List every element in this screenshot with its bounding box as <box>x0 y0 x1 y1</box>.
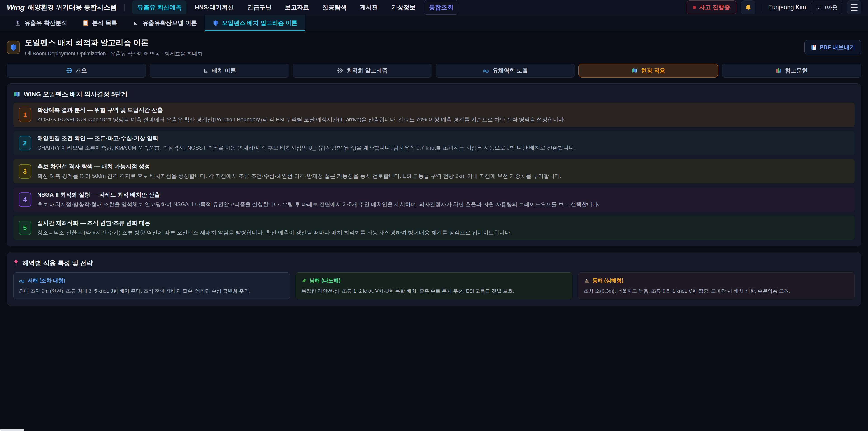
region-card-description: 조차 소(0.3m), 너울파고 높음. 조류 0.5~1 knot. V형 집… <box>584 288 849 295</box>
region-panel-title-row: 해역별 적용 특성 및 전략 <box>13 259 855 267</box>
region-panel-title: 해역별 적용 특성 및 전략 <box>22 259 93 267</box>
triangle-ruler-icon <box>203 68 209 73</box>
wave-icon <box>483 68 489 73</box>
page-header: 오일펜스 배치 최적화 알고리즘 이론 Oil Boom Deployment … <box>0 31 868 62</box>
pdf-export-button[interactable]: PDF 내보내기 <box>804 40 861 55</box>
step-row-1: 1 확산예측 결과 분석 — 위협 구역 및 도달시간 산출 KOSPS·POS… <box>13 102 855 127</box>
nav-item-reports[interactable]: 보고자료 <box>280 0 314 14</box>
step-number-badge: 1 <box>19 107 31 122</box>
section-tab-label: 현장 적용 <box>641 67 665 74</box>
bell-icon <box>744 4 752 11</box>
region-card-south-sea: 남해 (다도해) 복잡한 해안선·섬. 조류 1~2 knot. V형·U형 복… <box>296 272 572 299</box>
menu-button[interactable] <box>847 0 861 14</box>
app-logo: Wing <box>7 3 25 12</box>
notifications-button[interactable] <box>741 0 755 14</box>
step-number-badge: 2 <box>19 136 31 150</box>
section-tab-field-application[interactable]: 현장 적용 <box>579 63 718 78</box>
page-icon-container <box>7 41 20 54</box>
app-title: 해양환경 위기대응 통합시스템 <box>28 3 117 12</box>
sub-tabbar: 유출유 확산분석 분석 목록 유출유확산모델 이론 오일펜스 배치 알고리즘 이… <box>0 15 868 31</box>
tab-oil-spill-analysis[interactable]: 유출유 확산분석 <box>7 15 75 31</box>
step-title: NSGA-II 최적화 실행 — 파레토 최적 배치안 산출 <box>37 191 599 198</box>
status-dot-icon <box>693 6 696 9</box>
logout-button[interactable]: 로그아웃 <box>811 1 842 14</box>
step-number-badge: 4 <box>19 192 31 207</box>
gear-icon <box>337 67 343 74</box>
step-description: 창조→낙조 전환 시(약 6시간 주기) 조류 방향 역전에 따른 오일펜스 재… <box>37 229 512 236</box>
map-icon <box>13 91 20 97</box>
globe-icon <box>66 67 72 74</box>
section-tab-label: 최적화 알고리즘 <box>346 67 388 74</box>
horizontal-scrollbar[interactable] <box>0 429 24 431</box>
region-card-description: 최대 조차 9m (인천), 조류 최대 3~5 knot. J형 배치 주력.… <box>19 288 284 295</box>
shield-icon <box>213 20 219 26</box>
divider <box>762 4 762 11</box>
section-tab-references[interactable]: 참고문헌 <box>722 63 861 78</box>
nav-item-hns-air-diffusion[interactable]: HNS·대기확산 <box>190 0 239 14</box>
section-tab-deployment-theory[interactable]: 배치 이론 <box>150 63 289 78</box>
leaf-icon <box>301 278 307 283</box>
step-description: 후보 배치지점·방향각·형태 조합을 염색체로 인코딩하여 NSGA-II 다목… <box>37 201 599 208</box>
nav-item-board[interactable]: 게시판 <box>355 0 383 14</box>
section-tab-label: 개요 <box>75 67 87 74</box>
wave-icon <box>19 278 25 283</box>
section-tab-overview[interactable]: 개요 <box>7 63 146 78</box>
nav-item-integrated-search[interactable]: 통합조회 <box>424 0 458 15</box>
user-name: Eunjeong Kim <box>768 4 806 11</box>
step-title: 실시간 재최적화 — 조석 변환·조류 변화 대응 <box>37 219 512 227</box>
subtab-label: 유출유확산모델 이론 <box>143 19 197 27</box>
nav-item-weather-info[interactable]: 기상정보 <box>386 0 421 14</box>
step-row-3: 3 후보 차단선 격자 탐색 — 배치 가능지점 생성 확산 예측 경계를 따라… <box>13 159 855 183</box>
region-card-east-sea: 동해 (심해형) 조차 소(0.3m), 너울파고 높음. 조류 0.5~1 k… <box>578 272 855 299</box>
map-icon <box>631 68 638 73</box>
step-texts: 해양환경 조건 확인 — 조류·파고·수심·기상 입력 CHARRY 체리모델 … <box>37 134 576 151</box>
clipboard-icon <box>83 20 89 26</box>
top-navigation: 유출유 확산예측 HNS·대기확산 긴급구난 보고자료 항공탐색 게시판 기상정… <box>132 0 687 15</box>
tab-analysis-list[interactable]: 분석 목록 <box>75 15 125 31</box>
subtab-label: 분석 목록 <box>92 19 117 27</box>
region-card-title: 동해 (심해형) <box>592 277 623 284</box>
decision-steps-panel: WING 오일펜스 배치 의사결정 5단계 1 확산예측 결과 분석 — 위협 … <box>7 83 861 246</box>
steps-panel-title: WING 오일펜스 배치 의사결정 5단계 <box>24 90 127 98</box>
nav-item-oil-spill-prediction[interactable]: 유출유 확산예측 <box>132 0 187 14</box>
triangle-ruler-icon <box>132 20 139 26</box>
step-texts: 확산예측 결과 분석 — 위협 구역 및 도달시간 산출 KOSPS·POSEI… <box>37 106 565 123</box>
tab-diffusion-model-theory[interactable]: 유출유확산모델 이론 <box>125 15 205 31</box>
section-tabbar: 개요 배치 이론 최적화 알고리즘 유체역학 모델 <box>0 62 868 78</box>
region-card-west-sea: 서해 (조차 대형) 최대 조차 9m (인천), 조류 최대 3~5 knot… <box>13 272 290 299</box>
region-card-title: 남해 (다도해) <box>309 277 340 284</box>
step-number-badge: 3 <box>19 164 31 179</box>
section-tab-label: 유체역학 모델 <box>493 67 528 74</box>
section-tab-label: 배치 이론 <box>212 67 236 74</box>
step-title: 후보 차단선 격자 탐색 — 배치 가능지점 생성 <box>37 163 561 170</box>
mountain-icon <box>584 278 590 283</box>
section-tab-optimization-algorithm[interactable]: 최적화 알고리즘 <box>293 63 432 78</box>
region-strategy-panel: 해역별 적용 특성 및 전략 서해 (조차 대형) 최대 조차 9m (인천),… <box>7 252 861 306</box>
book-export-icon <box>811 44 817 51</box>
step-title: 확산예측 결과 분석 — 위협 구역 및 도달시간 산출 <box>37 106 565 114</box>
brand: Wing 해양환경 위기대응 통합시스템 <box>7 3 117 12</box>
incident-status-badge[interactable]: 사고 진행중 <box>687 0 736 14</box>
pdf-export-label: PDF 내보내기 <box>819 43 855 51</box>
hamburger-icon <box>851 4 858 11</box>
nav-item-aerial-search[interactable]: 항공탐색 <box>317 0 351 14</box>
microscope-icon <box>14 20 21 26</box>
step-texts: 실시간 재최적화 — 조석 변환·조류 변화 대응 창조→낙조 전환 시(약 6… <box>37 219 512 236</box>
shield-icon <box>9 43 17 52</box>
tab-boom-algorithm-theory[interactable]: 오일펜스 배치 알고리즘 이론 <box>205 15 305 31</box>
step-row-5: 5 실시간 재최적화 — 조석 변환·조류 변화 대응 창조→낙조 전환 시(약… <box>13 216 855 240</box>
region-card-header: 남해 (다도해) <box>301 277 566 284</box>
nav-item-emergency-rescue[interactable]: 긴급구난 <box>242 0 276 14</box>
step-row-2: 2 해양환경 조건 확인 — 조류·파고·수심·기상 입력 CHARRY 체리모… <box>13 131 855 155</box>
subtab-label: 오일펜스 배치 알고리즘 이론 <box>222 19 298 27</box>
page-header-texts: 오일펜스 배치 최적화 알고리즘 이론 Oil Boom Deployment … <box>25 37 804 57</box>
section-tab-hydrodynamic-model[interactable]: 유체역학 모델 <box>436 63 575 78</box>
region-cards: 서해 (조차 대형) 최대 조차 9m (인천), 조류 최대 3~5 knot… <box>13 272 855 299</box>
page-subtitle: Oil Boom Deployment Optimization · 유출유 확… <box>25 50 804 57</box>
step-texts: 후보 차단선 격자 탐색 — 배치 가능지점 생성 확산 예측 경계를 따라 5… <box>37 163 561 180</box>
section-tab-label: 참고문헌 <box>785 67 808 74</box>
region-card-header: 서해 (조차 대형) <box>19 277 284 284</box>
region-card-header: 동해 (심해형) <box>584 277 849 284</box>
pin-icon <box>13 260 19 267</box>
topbar-right: 사고 진행중 Eunjeong Kim 로그아웃 <box>687 0 861 14</box>
